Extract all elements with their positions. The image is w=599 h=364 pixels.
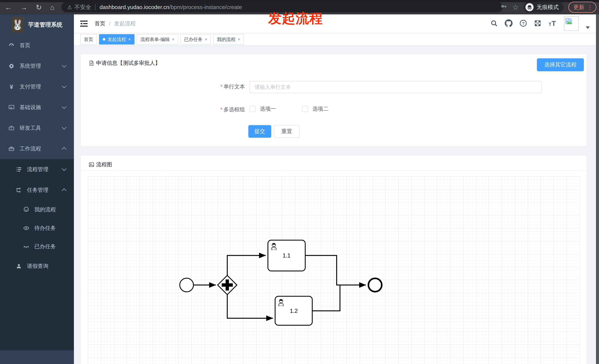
reset-button[interactable]: 重置 — [274, 125, 300, 138]
checkbox-option-2[interactable] — [302, 106, 308, 112]
sidebar-item-devtools[interactable]: 研发工具 — [0, 118, 74, 138]
svg-text:T: T — [549, 22, 551, 27]
sidebar-item-home[interactable]: 首页 — [0, 35, 74, 56]
annotation-text: 发起流程 — [268, 11, 323, 26]
process-diagram-card: 流程图 — [80, 155, 587, 364]
submit-button[interactable]: 提交 — [248, 125, 271, 138]
bpmn-canvas[interactable]: 1.1 1.2 — [88, 177, 580, 364]
not-secure-icon: ⚠ — [67, 4, 72, 10]
incognito-label: 无痕模式 — [537, 3, 559, 11]
svg-text:T: T — [552, 20, 556, 27]
tags-view: 首页 发起流程 × 流程表单-编辑 × 已办任务 × 我的流程 × — [74, 33, 599, 46]
sidebar-item-process-mgmt[interactable]: 流程管理 — [0, 159, 74, 180]
sidebar-item-done-tasks[interactable]: 已办任务 — [0, 237, 74, 256]
sidebar-item-task-mgmt[interactable]: 任务管理 — [0, 180, 74, 201]
apply-info-title-text: 申请信息【测试多审批人】 — [96, 59, 160, 67]
avatar[interactable] — [564, 16, 579, 31]
checkbox-group: 选项一 选项二 — [249, 105, 328, 113]
page-scrollbar[interactable] — [596, 14, 599, 364]
sidebar-item-workflow[interactable]: 工作流程 — [0, 138, 74, 159]
url-path: /bpm/process-instance/create — [169, 4, 242, 10]
bpmn-user-task-1-1[interactable]: 1.1 — [268, 240, 305, 271]
tab-form-edit[interactable]: 流程表单-编辑 × — [137, 34, 178, 44]
diagram-card-header: 流程图 — [80, 155, 587, 171]
yen-icon: ¥ — [7, 83, 16, 90]
sidebar-item-payment[interactable]: ¥ 支付管理 — [0, 76, 74, 97]
tab-label: 首页 — [84, 36, 93, 42]
avatar-caret-icon[interactable] — [586, 26, 590, 29]
bpmn-user-task-1-2[interactable]: 1.2 — [275, 296, 312, 325]
sidebar-item-label: 首页 — [20, 42, 30, 49]
flow-gateway-to-task2 — [227, 295, 273, 318]
toolbox-icon — [7, 125, 16, 131]
user-icon — [15, 263, 23, 269]
active-dot-icon — [103, 38, 105, 41]
chevron-up-icon — [62, 147, 66, 152]
single-line-text-input[interactable] — [249, 81, 542, 93]
sidebar-item-label: 流程管理 — [27, 166, 48, 173]
github-icon[interactable] — [505, 19, 512, 28]
chrome-update-button[interactable]: 更新 ⋮ — [568, 2, 596, 13]
tab-my-process[interactable]: 我的流程 × — [213, 34, 244, 44]
chevron-down-icon — [62, 104, 66, 109]
browser-forward-icon[interactable]: → — [20, 4, 27, 11]
tab-label: 发起流程 — [107, 36, 126, 42]
tab-done-tasks[interactable]: 已办任务 × — [180, 34, 211, 44]
list-icon — [15, 166, 23, 173]
close-icon[interactable]: × — [205, 37, 207, 42]
screen: ← → ↻ ⌂ ⚠ 不安全 dashboard.yudao.iocoder.cn… — [0, 0, 599, 364]
breadcrumb-current: 发起流程 — [114, 20, 136, 27]
sidebar-item-label: 系统管理 — [20, 62, 41, 70]
required-mark: * — [220, 84, 222, 90]
task-1-1-label: 1.1 — [282, 252, 291, 259]
chevron-down-icon — [62, 166, 66, 171]
sidebar-item-label: 支付管理 — [20, 83, 41, 90]
close-icon[interactable]: × — [172, 37, 174, 42]
bpmn-parallel-gateway[interactable] — [218, 275, 237, 295]
sidebar-item-label: 基础设施 — [20, 104, 41, 111]
browser-menu-icon[interactable]: ⋮ — [587, 4, 593, 10]
tab-home[interactable]: 首页 — [80, 34, 97, 44]
breadcrumb-separator: / — [109, 21, 110, 27]
flow-task1-to-end — [305, 255, 366, 285]
app-logo[interactable]: 🐰 芋道管理系统 — [0, 14, 74, 35]
checkbox-option-1[interactable] — [249, 106, 255, 112]
sidebar: 🐰 芋道管理系统 首页 系统管理 ¥ 支付管理 基础设施 — [0, 14, 74, 364]
tab-label: 我的流程 — [217, 36, 235, 42]
help-icon[interactable]: ? — [520, 20, 527, 28]
choose-other-process-button[interactable]: 选择其它流程 — [537, 58, 584, 71]
tab-create-process[interactable]: 发起流程 × — [99, 34, 134, 44]
sidebar-collapse-icon[interactable] — [80, 20, 88, 28]
checkbox-option-1-label[interactable]: 选项一 — [260, 105, 276, 113]
sidebar-item-infra[interactable]: 基础设施 — [0, 97, 74, 118]
font-size-icon[interactable]: TT — [548, 20, 557, 28]
sidebar-item-label: 我的流程 — [34, 206, 56, 213]
sidebar-item-system[interactable]: 系统管理 — [0, 56, 74, 76]
checkbox-group-label: *多选框组 — [208, 106, 245, 113]
browser-reload-icon[interactable]: ↻ — [36, 4, 42, 11]
sidebar-item-my-process[interactable]: 我的流程 — [0, 201, 74, 219]
sidebar-item-todo-tasks[interactable]: 待办任务 — [0, 219, 74, 237]
app-title: 芋道管理系统 — [28, 21, 62, 29]
workflow-submenu: 流程管理 任务管理 我的流程 待办任务 — [0, 159, 74, 350]
browser-back-icon[interactable]: ← — [5, 4, 12, 11]
close-icon[interactable]: × — [238, 37, 240, 42]
bpmn-start-event[interactable] — [180, 278, 194, 292]
chevron-up-icon — [62, 188, 66, 193]
close-icon[interactable]: × — [128, 37, 131, 42]
sidebar-filler — [0, 277, 74, 350]
bookmark-star-icon[interactable]: ☆ — [512, 3, 519, 11]
sidebar-item-leave-query[interactable]: 请假查询 — [0, 256, 74, 277]
search-icon[interactable] — [490, 20, 498, 28]
bpmn-end-event[interactable] — [368, 278, 382, 292]
diagram-title: 流程图 — [89, 161, 112, 168]
breadcrumb-home[interactable]: 首页 — [95, 20, 105, 27]
browser-home-icon[interactable]: ⌂ — [50, 4, 54, 11]
picture-icon — [89, 162, 94, 167]
fullscreen-icon[interactable] — [534, 20, 541, 28]
password-key-icon[interactable] — [500, 3, 507, 11]
checkbox-option-2-label[interactable]: 选项二 — [312, 105, 328, 113]
dashboard-icon — [7, 42, 16, 49]
app-header: 首页 / 发起流程 ? TT — [74, 14, 599, 33]
tab-label: 流程表单-编辑 — [141, 36, 170, 42]
